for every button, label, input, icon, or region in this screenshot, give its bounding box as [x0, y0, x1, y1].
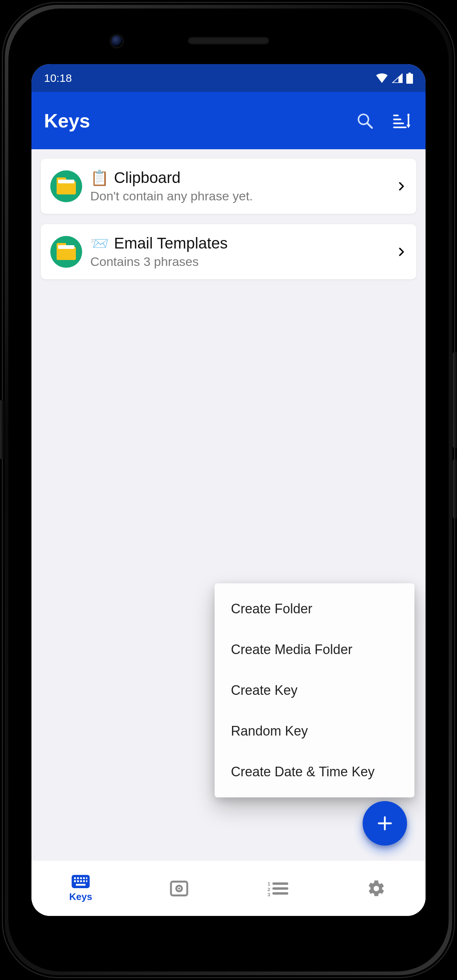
status-time: 10:18 — [44, 72, 72, 84]
folder-card-email-templates[interactable]: 📨 Email Templates Contains 3 phrases — [40, 224, 417, 280]
svg-rect-15 — [77, 880, 79, 882]
status-icons — [376, 73, 413, 84]
front-camera — [111, 35, 122, 47]
signal-icon — [392, 73, 403, 83]
svg-rect-13 — [86, 877, 87, 879]
svg-rect-11 — [80, 877, 82, 879]
folder-title: Clipboard — [114, 169, 181, 187]
sort-icon — [393, 112, 411, 129]
folder-texts: 📋 Clipboard Don't contain any phrase yet… — [90, 169, 396, 203]
menu-item-random-key[interactable]: Random Key — [215, 711, 414, 751]
keyboard-icon — [71, 874, 90, 889]
app-bar: Keys — [32, 92, 425, 149]
chevron-right-icon — [396, 247, 407, 257]
battery-icon — [406, 73, 413, 84]
volume-down-button — [452, 459, 457, 519]
home-indicator[interactable] — [177, 905, 281, 909]
folder-icon — [50, 236, 82, 268]
phone-frame: 10:18 Keys — [0, 0, 457, 980]
app-bar-actions — [354, 110, 413, 132]
chevron-right-icon — [396, 181, 407, 191]
folder-subtitle: Don't contain any phrase yet. — [90, 189, 396, 203]
fab-menu: Create Folder Create Media Folder Create… — [215, 583, 414, 797]
svg-rect-9 — [74, 877, 76, 879]
svg-rect-10 — [77, 877, 79, 879]
numbered-list-icon: 1 2 3 — [268, 880, 288, 897]
phone-speaker — [188, 37, 270, 45]
media-icon — [170, 880, 189, 897]
folder-icon — [50, 170, 82, 202]
menu-item-create-media-folder[interactable]: Create Media Folder — [215, 629, 414, 670]
folder-emoji-icon: 📨 — [90, 235, 109, 252]
search-button[interactable] — [354, 110, 376, 132]
folder-title: Email Templates — [114, 234, 228, 252]
power-button — [0, 400, 5, 459]
svg-rect-19 — [76, 884, 86, 886]
status-bar: 10:18 — [32, 64, 425, 92]
sort-button[interactable] — [391, 110, 413, 132]
folder-subtitle: Contains 3 phrases — [90, 255, 396, 269]
fab-add-button[interactable] — [363, 801, 407, 846]
svg-rect-12 — [83, 877, 85, 879]
volume-up-button — [452, 352, 457, 448]
nav-tab-keys[interactable]: Keys — [32, 861, 130, 916]
content-area: 📋 Clipboard Don't contain any phrase yet… — [32, 149, 425, 861]
svg-line-1 — [367, 123, 372, 127]
wifi-icon — [376, 73, 388, 83]
gear-icon — [367, 879, 386, 898]
nav-label-keys: Keys — [69, 891, 92, 903]
svg-rect-16 — [80, 880, 82, 882]
screen: 10:18 Keys — [32, 64, 425, 916]
nav-tab-settings[interactable] — [327, 861, 425, 916]
svg-point-22 — [178, 888, 180, 889]
menu-item-create-folder[interactable]: Create Folder — [215, 589, 414, 629]
svg-rect-14 — [74, 880, 76, 882]
svg-point-7 — [408, 114, 409, 116]
svg-rect-17 — [83, 880, 85, 882]
plus-icon — [377, 815, 393, 832]
folder-card-clipboard[interactable]: 📋 Clipboard Don't contain any phrase yet… — [40, 158, 417, 214]
svg-text:3: 3 — [268, 892, 270, 897]
stage: 10:18 Keys — [0, 0, 457, 980]
menu-item-create-date-time-key[interactable]: Create Date & Time Key — [215, 751, 414, 792]
search-icon — [356, 112, 373, 129]
folder-emoji-icon: 📋 — [90, 169, 109, 187]
page-title: Keys — [44, 110, 354, 132]
menu-item-create-key[interactable]: Create Key — [215, 670, 414, 711]
svg-text:2: 2 — [268, 886, 270, 892]
svg-rect-18 — [86, 880, 87, 882]
folder-texts: 📨 Email Templates Contains 3 phrases — [90, 234, 396, 269]
svg-text:1: 1 — [268, 881, 270, 886]
